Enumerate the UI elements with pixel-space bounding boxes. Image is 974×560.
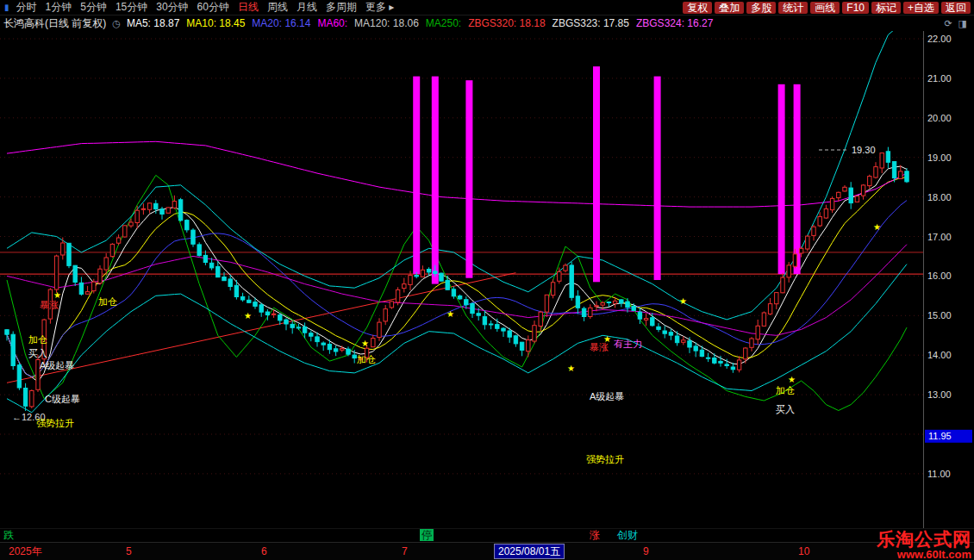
toolbar-button-叠加[interactable]: 叠加 <box>715 2 744 14</box>
svg-text:19.00: 19.00 <box>927 152 952 163</box>
clock-icon: ◷ <box>112 18 121 29</box>
toolbar-button-画线[interactable]: 画线 <box>810 2 840 14</box>
date-tick-6: 6 <box>261 544 267 558</box>
svg-text:★: ★ <box>53 290 61 300</box>
period-tab-15分钟[interactable]: 15分钟 <box>111 0 152 15</box>
toolbar-button-复权[interactable]: 复权 <box>683 2 712 14</box>
period-tab-周线[interactable]: 周线 <box>263 0 292 15</box>
period-tab-60分钟[interactable]: 60分钟 <box>193 0 234 15</box>
split-window-icon[interactable]: ◨ <box>958 18 967 29</box>
svg-text:C级起暴: C级起暴 <box>45 394 80 404</box>
period-tab-分时[interactable]: 分时 <box>12 0 41 15</box>
signal-bars-layer <box>413 66 800 284</box>
period-tab-更多[interactable]: 更多 ▸ <box>361 0 398 15</box>
svg-text:加仓: 加仓 <box>98 296 117 307</box>
svg-text:★: ★ <box>567 364 575 373</box>
svg-text:22.00: 22.00 <box>927 34 952 44</box>
app-icon: ▮ <box>4 3 9 12</box>
indicator-MA5: MA5: 18.87 <box>127 17 179 29</box>
period-tab-1分钟[interactable]: 1分钟 <box>41 0 77 15</box>
indicator-values: MA5: 18.87MA10: 18.45MA20: 16.14MA60:MA1… <box>127 17 713 29</box>
status-row: 跌停涨创财 <box>0 528 974 542</box>
svg-text:★: ★ <box>679 296 687 306</box>
indicator-MA250: MA250: <box>426 17 461 29</box>
title-bar: 长鸿高科(日线 前复权) ◷ MA5: 18.87MA10: 18.45MA20… <box>0 16 974 31</box>
date-tick-10: 10 <box>798 544 809 558</box>
svg-text:18.00: 18.00 <box>927 192 952 202</box>
indicator-MA20: MA20: 16.14 <box>252 17 310 29</box>
svg-text:★: ★ <box>244 311 252 320</box>
toolbar-button-标记[interactable]: 标记 <box>871 2 901 14</box>
svg-text:加仓: 加仓 <box>357 354 376 364</box>
toolbar-button-F10[interactable]: F10 <box>842 2 869 14</box>
svg-text:强势拉升: 强势拉升 <box>36 418 74 428</box>
svg-text:加仓: 加仓 <box>28 334 47 345</box>
svg-text:★: ★ <box>446 309 454 319</box>
period-tabs: 分时1分钟5分钟15分钟30分钟60分钟日线周线月线多周期更多 ▸ <box>12 0 399 15</box>
svg-text:16.00: 16.00 <box>927 271 952 281</box>
indicator-MA10: MA10: 18.45 <box>186 17 245 29</box>
watermark-title: 乐淘公式网 <box>877 530 971 548</box>
svg-text:A级起暴: A级起暴 <box>40 360 74 370</box>
indicator-ZBGS323: ZBGS323: 17.85 <box>553 17 629 29</box>
svg-text:17.00: 17.00 <box>927 232 952 242</box>
date-tick-7: 7 <box>402 544 408 558</box>
svg-text:13.00: 13.00 <box>927 389 952 400</box>
date-axis: 2025年5679102025/08/01五 <box>0 542 974 560</box>
indicator-ZBGS324: ZBGS324: 16.27 <box>636 17 713 29</box>
top-toolbar: ▮ 分时1分钟5分钟15分钟30分钟60分钟日线周线月线多周期更多 ▸ 复权叠加… <box>0 0 974 16</box>
refresh-icon[interactable]: ⟳ <box>944 18 952 29</box>
toolbar-button-返回[interactable]: 返回 <box>941 2 971 14</box>
status-跌: 跌 <box>2 529 16 541</box>
period-tab-月线[interactable]: 月线 <box>292 0 322 15</box>
svg-text:11.00: 11.00 <box>927 469 951 479</box>
candlestick-chart[interactable]: ★★★★★★★★★暴涨加仓加仓买入A级起暴C级起暴←12.60强势拉升加仓暴涨有… <box>0 31 974 528</box>
svg-text:★: ★ <box>361 339 369 348</box>
svg-text:11.95: 11.95 <box>928 431 952 441</box>
toolbar-buttons: 复权叠加多股统计画线F10标记+自选返回 <box>683 2 972 14</box>
status-涨: 涨 <box>588 529 602 541</box>
svg-text:有主力: 有主力 <box>614 339 642 349</box>
svg-text:14.00: 14.00 <box>927 350 952 360</box>
svg-text:买入: 买入 <box>28 348 47 358</box>
status-停: 停 <box>420 529 434 541</box>
candles-layer <box>5 147 908 411</box>
watermark-url: www.60lt.com <box>877 549 971 560</box>
svg-text:加仓: 加仓 <box>776 385 795 395</box>
svg-text:买入: 买入 <box>776 404 795 414</box>
status-创财: 创财 <box>615 529 640 541</box>
svg-text:A级起暴: A级起暴 <box>590 391 624 401</box>
svg-text:15.00: 15.00 <box>927 310 952 320</box>
period-tab-5分钟[interactable]: 5分钟 <box>76 0 111 15</box>
date-tick-2025年: 2025年 <box>9 544 42 558</box>
period-tab-日线[interactable]: 日线 <box>234 0 263 15</box>
main-chart-svg[interactable]: ★★★★★★★★★暴涨加仓加仓买入A级起暴C级起暴←12.60强势拉升加仓暴涨有… <box>0 31 974 528</box>
svg-text:20.00: 20.00 <box>927 113 952 123</box>
indicator-MA60: MA60: <box>317 17 347 29</box>
indicator-ZBGS320: ZBGS320: 18.18 <box>468 17 545 29</box>
svg-text:21.00: 21.00 <box>927 73 952 84</box>
price-marker: 11.95 <box>925 430 972 443</box>
period-tab-多周期[interactable]: 多周期 <box>322 0 361 15</box>
svg-text:暴涨: 暴涨 <box>40 300 59 310</box>
selected-date[interactable]: 2025/08/01五 <box>494 544 565 559</box>
svg-text:★: ★ <box>788 375 796 384</box>
period-tab-30分钟[interactable]: 30分钟 <box>152 0 192 15</box>
price-axis: 22.0021.0020.0019.0018.0017.0016.0015.00… <box>924 31 973 528</box>
indicator-MA120: MA120: 18.06 <box>354 17 419 29</box>
svg-text:★: ★ <box>873 222 881 232</box>
toolbar-button-多股[interactable]: 多股 <box>746 2 776 14</box>
toolbar-button-统计[interactable]: 统计 <box>778 2 808 14</box>
svg-text:暴涨: 暴涨 <box>590 342 609 352</box>
watermark: 乐淘公式网 www.60lt.com <box>877 530 971 560</box>
date-tick-5: 5 <box>126 544 132 558</box>
svg-text:强势拉升: 强势拉升 <box>586 454 624 464</box>
toolbar-button-+自选[interactable]: +自选 <box>903 2 939 14</box>
svg-text:19.30: 19.30 <box>852 145 876 155</box>
stock-title: 长鸿高科(日线 前复权) <box>3 16 106 31</box>
date-tick-9: 9 <box>643 544 649 558</box>
